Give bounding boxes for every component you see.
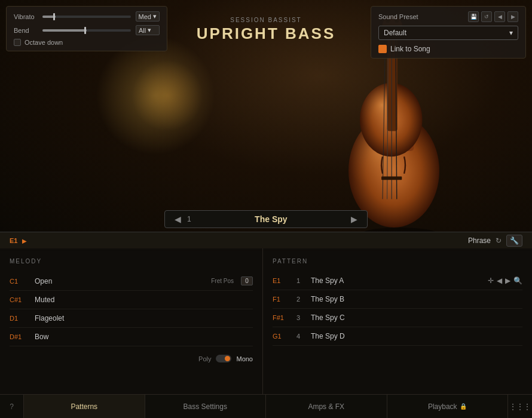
note-key-d1: D1 [10, 315, 27, 322]
pattern-row-e1[interactable]: E1 1 The Spy A ✛ ◀ ▶ 🔍 [273, 272, 522, 290]
pattern-name: The Spy [197, 214, 345, 224]
melody-name-open: Open [35, 277, 204, 285]
bg-light-2 [132, 60, 203, 131]
tab-amps-fx[interactable]: Amps & FX [266, 395, 387, 418]
pattern-prev-arrow[interactable]: ◀ [175, 214, 181, 224]
tab-bars[interactable]: ⋮⋮⋮ [508, 395, 532, 418]
chevron-down-icon: ▾ [509, 29, 513, 37]
melody-name-bow: Bow [35, 333, 253, 341]
refresh-icon[interactable]: ↻ [496, 236, 502, 245]
pattern-name-spy-b: The Spy B [311, 295, 522, 303]
pattern-name-spy-d: The Spy D [311, 332, 522, 340]
bend-control: Bend All ▾ [14, 25, 160, 35]
pattern-key-fs1: F#1 [273, 314, 291, 321]
top-left-controls: Vibrato Med ▾ Bend All ▾ Octave down [6, 6, 167, 51]
move-icon[interactable]: ✛ [488, 276, 494, 285]
wrench-icon[interactable]: 🔧 [506, 235, 522, 247]
pattern-row-icons: ✛ ◀ ▶ 🔍 [488, 276, 522, 285]
link-icon [378, 45, 387, 53]
pattern-num-4: 4 [296, 333, 305, 340]
melody-name-flageolet: Flageolet [35, 314, 253, 322]
pattern-row-g1[interactable]: G1 4 The Spy D [273, 327, 522, 346]
phrase-bar: E1 ▶ Phrase ↻ 🔧 [0, 232, 532, 250]
main-container: Vibrato Med ▾ Bend All ▾ Octave down [0, 0, 532, 418]
octave-down-control: Octave down [14, 39, 160, 46]
upright-bass-text: UPRIGHT BASS [197, 24, 335, 43]
phrase-label: Phrase [468, 236, 491, 245]
bottom-panel: MELODY C1 Open Fret Pos 0 C#1 Muted D1 F… [0, 248, 532, 394]
pattern-num-2: 2 [296, 296, 305, 303]
play-icon[interactable]: ▶ [22, 238, 27, 244]
fret-pos-label: Fret Pos [211, 278, 234, 284]
poly-mono-control: Poly Mono [10, 355, 253, 362]
next-icon[interactable]: ▶ [505, 276, 510, 285]
pattern-section-title: PATTERN [273, 258, 522, 265]
vibrato-slider[interactable] [42, 16, 131, 18]
save-preset-icon[interactable]: 💾 [468, 11, 479, 22]
vibrato-control: Vibrato Med ▾ [14, 11, 160, 21]
pattern-num-3: 3 [296, 314, 305, 321]
bend-dropdown[interactable]: All ▾ [136, 25, 160, 35]
pattern-name-spy-c: The Spy C [311, 314, 522, 322]
vibrato-label: Vibrato [14, 13, 38, 20]
poly-mono-toggle[interactable] [216, 355, 231, 362]
vibrato-dropdown[interactable]: Med ▾ [136, 11, 160, 21]
pattern-num-1: 1 [296, 277, 305, 284]
next-preset-icon[interactable]: ▶ [507, 11, 518, 22]
mono-label: Mono [236, 355, 253, 362]
melody-section-title: MELODY [10, 258, 253, 265]
melody-row-d1: D1 Flageolet [10, 309, 253, 328]
poly-label: Poly [198, 355, 211, 362]
preset-icons: 💾 ↺ ◀ ▶ [468, 11, 518, 22]
lock-icon: 🔒 [460, 403, 467, 410]
bottom-tabs: ? Patterns Bass Settings Amps & FX Playb… [0, 394, 532, 418]
melody-section: MELODY C1 Open Fret Pos 0 C#1 Muted D1 F… [0, 248, 263, 394]
svg-rect-13 [381, 177, 402, 180]
session-bassist-text: SESSION BASSIST [197, 17, 335, 23]
link-to-song-button[interactable]: Link to Song [378, 45, 518, 53]
pattern-next-arrow[interactable]: ▶ [351, 214, 357, 224]
preset-dropdown[interactable]: Default ▾ [378, 26, 518, 40]
sound-preset-header: Sound Preset 💾 ↺ ◀ ▶ [378, 11, 518, 22]
melody-row-ds1: D#1 Bow [10, 328, 253, 346]
tab-bass-settings[interactable]: Bass Settings [145, 395, 267, 418]
pattern-key-e1: E1 [273, 277, 291, 284]
sound-preset-panel: Sound Preset 💾 ↺ ◀ ▶ Default ▾ Link to S… [371, 6, 526, 59]
octave-down-checkbox[interactable] [14, 39, 21, 46]
tab-question[interactable]: ? [0, 395, 24, 418]
toggle-knob [225, 356, 230, 361]
pattern-selector: ◀ 1 The Spy ▶ [164, 210, 368, 228]
note-key-c1: C1 [10, 278, 27, 285]
reset-preset-icon[interactable]: ↺ [481, 11, 492, 22]
tab-patterns[interactable]: Patterns [24, 395, 145, 418]
search-icon[interactable]: 🔍 [513, 276, 522, 285]
melody-row-c1: C1 Open Fret Pos 0 [10, 272, 253, 291]
pattern-row-f1[interactable]: F1 2 The Spy B [273, 290, 522, 309]
note-key-cs1: C#1 [10, 296, 27, 303]
link-to-song-label: Link to Song [390, 45, 430, 53]
pattern-row-fs1[interactable]: F#1 3 The Spy C [273, 309, 522, 327]
pattern-name-spy-a: The Spy A [311, 276, 482, 285]
melody-name-muted: Muted [35, 296, 253, 304]
pattern-key-g1: G1 [273, 333, 291, 340]
pattern-section: PATTERN E1 1 The Spy A ✛ ◀ ▶ 🔍 F1 2 The … [263, 248, 532, 394]
melody-row-cs1: C#1 Muted [10, 291, 253, 309]
pattern-number: 1 [187, 215, 191, 223]
pattern-key-f1: F1 [273, 296, 291, 303]
bend-slider[interactable] [42, 29, 131, 32]
fret-pos-value[interactable]: 0 [241, 276, 253, 285]
preset-value: Default [384, 29, 406, 37]
prev-preset-icon[interactable]: ◀ [494, 11, 505, 22]
tab-playback[interactable]: Playback 🔒 [387, 395, 509, 418]
title-area: SESSION BASSIST UPRIGHT BASS [197, 17, 335, 43]
octave-down-label: Octave down [25, 39, 63, 46]
bend-label: Bend [14, 27, 38, 34]
e1-key-badge: E1 [10, 237, 17, 244]
prev-icon[interactable]: ◀ [497, 276, 502, 285]
sound-preset-label: Sound Preset [378, 13, 418, 20]
note-key-ds1: D#1 [10, 333, 27, 340]
